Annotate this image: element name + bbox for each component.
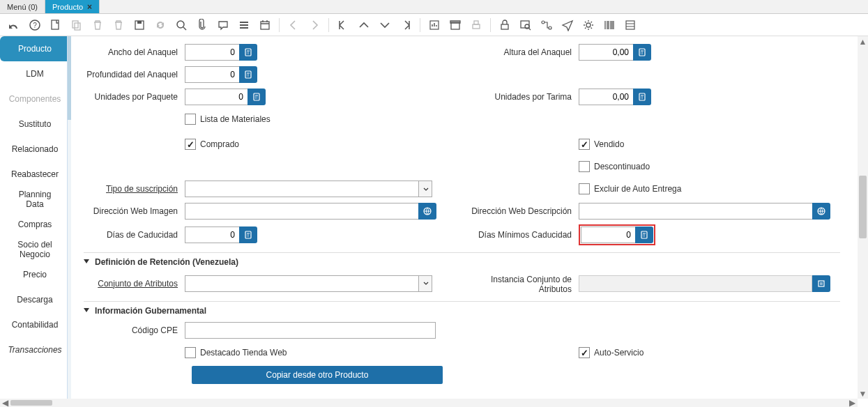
nav-up-icon[interactable] [356,17,372,33]
sidebar-tab-socio-negocio[interactable]: Socio delNegocio [0,237,70,262]
calculator-icon[interactable] [239,44,257,61]
refresh-icon[interactable] [152,17,169,33]
workflow-icon[interactable] [538,17,555,33]
label-image-url: Dirección Web Imagen [84,206,185,216]
sidebar-tab-precio[interactable]: Precio [0,262,70,287]
scrollbar-thumb[interactable] [68,36,71,120]
sidebar-tab-transacciones[interactable]: Transacciones [0,337,70,362]
nav-last-icon[interactable] [397,17,414,33]
min-guarantee-days-input[interactable] [581,226,635,243]
discontinued-checkbox[interactable]: Descontinuado [579,161,650,172]
window-tab-producto[interactable]: Producto × [45,0,100,13]
purchased-checkbox[interactable]: Comprado [185,139,239,150]
globe-icon[interactable] [418,203,436,220]
sidebar-tab-relacionado[interactable]: Relacionado [0,137,70,162]
description-url-input[interactable] [579,203,812,220]
sidebar-tab-ldm[interactable]: LDM [0,61,70,86]
collapse-toggle[interactable] [84,306,91,316]
sidebar-tab-contabilidad[interactable]: Contabilidad [0,312,70,337]
scrollbar-thumb[interactable] [10,400,52,406]
barcode-icon[interactable] [601,17,618,33]
delete-all-icon[interactable] [110,17,127,33]
calculator-icon[interactable] [633,44,651,61]
side-scrollbar[interactable] [67,36,71,399]
checkbox-label: Descontinuado [594,162,650,171]
chevron-down-icon[interactable] [418,181,432,197]
window-tab-menu[interactable]: Menú (0) [0,0,45,13]
undo-icon[interactable] [6,17,22,33]
sidebar-tab-producto[interactable]: Producto [0,36,70,61]
scroll-down-icon[interactable]: ▼ [858,388,868,399]
sidebar-tab-sustituto[interactable]: Sustituto [0,112,70,137]
lock-icon[interactable] [496,17,513,33]
nav-down-icon[interactable] [376,17,393,33]
copy-from-product-button[interactable]: Copiar desde otro Producto [192,366,443,384]
subscription-type-select[interactable] [185,181,432,197]
gear-icon[interactable] [580,17,597,33]
search-icon[interactable] [173,17,190,33]
horizontal-scrollbar[interactable]: ◀ ▶ [0,399,858,407]
save-icon[interactable] [131,17,148,33]
exclude-auto-delivery-checkbox[interactable]: Excluir de Auto Entrega [579,183,681,194]
label-attribute-set[interactable]: Conjunto de Atributos [84,279,185,289]
attachment-icon[interactable] [194,17,211,33]
attribute-set-select[interactable] [185,275,432,292]
sidebar-tab-planning-data[interactable]: PlanningData [0,187,70,212]
scroll-up-icon[interactable]: ▲ [858,36,868,47]
cpe-code-input[interactable] [185,322,436,339]
attribute-icon[interactable] [812,275,830,292]
zoom-icon[interactable] [517,17,534,33]
attribute-set-input[interactable] [185,275,418,292]
image-url-input[interactable] [185,203,418,220]
bom-checkbox[interactable]: Lista de Materiales [185,114,271,125]
shelf-depth-input[interactable] [185,66,239,83]
copy-icon[interactable] [68,17,85,33]
delete-icon[interactable] [89,17,106,33]
globe-icon[interactable] [812,203,830,220]
featured-webstore-checkbox[interactable]: Destacado Tienda Web [185,347,287,358]
history-icon[interactable] [257,17,273,33]
checkbox-icon [185,139,196,150]
chevron-down-icon[interactable] [418,275,432,292]
send-icon[interactable] [559,17,576,33]
sidebar-tab-componentes[interactable]: Componentes [0,86,70,112]
scroll-left-icon[interactable]: ◀ [0,399,10,407]
label-subscription-type[interactable]: Tipo de suscripción [84,184,185,194]
collapse-toggle[interactable] [84,257,91,267]
new-icon[interactable] [47,17,64,33]
shelf-height-input[interactable] [579,44,633,61]
attribute-set-instance-input[interactable] [579,275,812,292]
nav-next-icon[interactable] [306,17,323,33]
calculator-icon[interactable] [239,66,257,83]
sidebar-tab-compras[interactable]: Compras [0,212,70,237]
calculator-icon[interactable] [248,89,266,105]
units-pallet-input[interactable] [579,89,633,105]
guarantee-days-input[interactable] [185,226,239,243]
scrollbar-thumb[interactable] [859,176,867,238]
chat-icon[interactable] [215,17,231,33]
units-pack-input[interactable] [185,89,248,105]
vertical-scrollbar[interactable]: ▲ ▼ [858,36,868,399]
sidebar-tab-reabastecer[interactable]: Reabastecer [0,162,70,187]
shelf-width-input[interactable] [185,44,239,61]
calculator-icon[interactable] [635,226,653,243]
self-service-checkbox[interactable]: Auto-Servicio [579,347,644,358]
nav-prev-icon[interactable] [285,17,302,33]
sidebar-tab-descarga[interactable]: Descarga [0,287,70,312]
grid-icon[interactable] [622,17,639,33]
subscription-type-input[interactable] [185,181,418,197]
close-icon[interactable]: × [87,2,92,12]
separator [420,18,420,32]
nav-first-icon[interactable] [335,17,351,33]
archive-icon[interactable] [447,17,464,33]
print-icon[interactable] [468,17,485,33]
help-icon[interactable] [26,17,43,33]
side-tabs: Producto LDM Componentes Sustituto Relac… [0,36,70,399]
calculator-icon[interactable] [239,226,257,243]
list-icon[interactable] [236,17,252,33]
scroll-right-icon[interactable]: ▶ [847,399,858,407]
sold-checkbox[interactable]: Vendido [579,139,624,150]
separator [279,18,280,32]
calculator-icon[interactable] [633,89,651,105]
report-icon[interactable] [426,17,443,33]
